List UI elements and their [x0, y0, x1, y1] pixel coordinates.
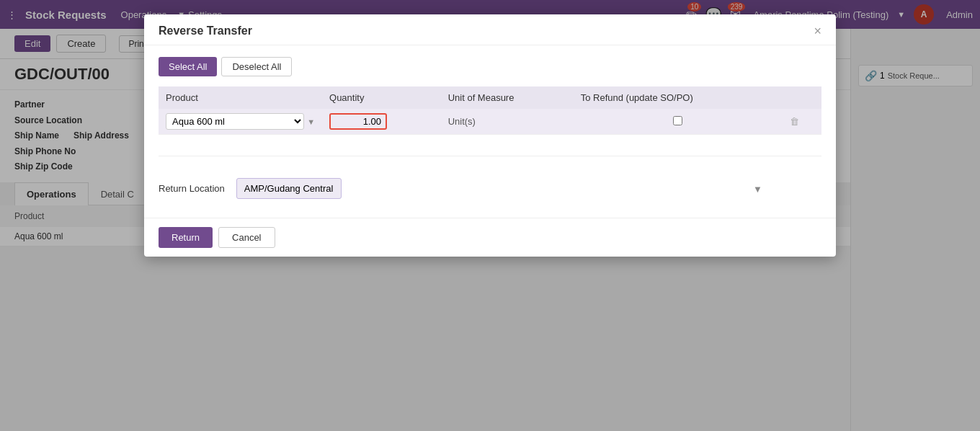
modal-footer: Return Cancel — [144, 218, 836, 257]
modal-reverse-transfer: Reverse Transfer × Select All Deselect A… — [144, 29, 836, 257]
modal-cell-uom: Unit(s) — [441, 109, 574, 135]
modal-cell-to-refund — [574, 109, 783, 135]
modal-return-button[interactable]: Return — [159, 227, 213, 248]
modal-col-to-refund: To Refund (update SO/PO) — [574, 86, 783, 109]
delete-row-icon[interactable]: 🗑 — [790, 116, 799, 127]
modal-cell-delete: 🗑 — [783, 109, 821, 135]
modal-col-uom: Unit of Measure — [441, 86, 574, 109]
modal-cell-quantity — [322, 109, 441, 135]
modal-table-row: Aqua 600 ml ▼ Unit(s) — [159, 109, 821, 135]
modal-close-button[interactable]: × — [814, 29, 821, 37]
modal-empty-row — [159, 135, 821, 156]
return-location-wrapper: AMP/Gudang Central ▼ — [236, 178, 770, 199]
modal-title: Reverse Transfer — [159, 29, 252, 37]
product-dropdown-arrow: ▼ — [307, 117, 315, 126]
modal-empty-cell — [159, 135, 821, 156]
main-content: Edit Create Print Return Scrap 1 / 1 ‹ ›… — [0, 29, 850, 431]
return-location-select[interactable]: AMP/Gudang Central — [236, 178, 342, 199]
modal-col-action — [783, 86, 821, 109]
return-location-section: Return Location AMP/Gudang Central ▼ — [159, 171, 821, 206]
return-location-dropdown-arrow: ▼ — [753, 183, 762, 194]
modal-header: Reverse Transfer × — [144, 29, 836, 45]
selection-buttons: Select All Deselect All — [159, 57, 821, 76]
modal-col-product: Product — [159, 86, 322, 109]
to-refund-checkbox[interactable] — [673, 116, 682, 125]
main-layout: Edit Create Print Return Scrap 1 / 1 ‹ ›… — [0, 29, 980, 431]
modal-cell-product: Aqua 600 ml ▼ — [159, 109, 322, 135]
modal-table: Product Quantity Unit of Measure To Refu… — [159, 86, 821, 156]
modal-overlay: Reverse Transfer × Select All Deselect A… — [0, 29, 850, 431]
product-select[interactable]: Aqua 600 ml — [166, 113, 304, 130]
quantity-input[interactable] — [329, 113, 387, 130]
select-all-button[interactable]: Select All — [159, 57, 217, 76]
return-location-label: Return Location — [159, 183, 225, 194]
modal-cancel-button[interactable]: Cancel — [218, 227, 275, 248]
modal-body: Select All Deselect All Product Quantity… — [144, 45, 836, 218]
modal-col-quantity: Quantity — [322, 86, 441, 109]
deselect-all-button[interactable]: Deselect All — [221, 57, 292, 76]
